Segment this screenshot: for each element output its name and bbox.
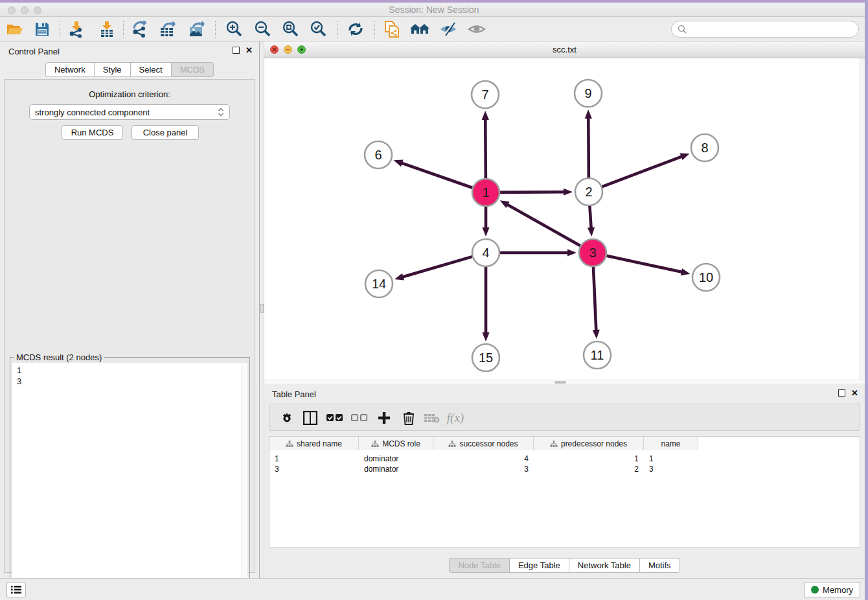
eye-icon[interactable] [466, 19, 488, 39]
zoom-in-icon[interactable] [223, 19, 245, 39]
eye-slash-icon[interactable] [437, 19, 459, 39]
cell-name[interactable]: 3 [644, 464, 698, 474]
gear-icon[interactable] [277, 408, 297, 428]
tab-network-table[interactable]: Network Table [569, 558, 639, 573]
export-table-icon[interactable] [157, 19, 179, 39]
column-header[interactable]: successor nodes [433, 437, 534, 450]
graph-edge[interactable] [585, 110, 592, 178]
graph-edge[interactable] [606, 256, 690, 276]
network-window-title: scc.txt [264, 45, 865, 54]
column-header[interactable]: predecessor nodes [534, 437, 644, 450]
save-icon[interactable] [31, 19, 53, 39]
cell-name[interactable]: 1 [644, 454, 698, 464]
tab-mcds[interactable]: MCDS [171, 62, 214, 77]
import-table-icon[interactable] [96, 19, 118, 39]
copy-document-icon[interactable] [381, 19, 403, 39]
graph-edge[interactable] [482, 267, 489, 341]
graph-node[interactable]: 11 [584, 341, 611, 369]
scrollbar-thumb[interactable] [554, 381, 566, 384]
cell-predecessor-nodes[interactable]: 1 [534, 454, 644, 464]
cell-successor-nodes[interactable]: 4 [433, 454, 534, 464]
graph-edge[interactable] [394, 160, 473, 188]
graph-node[interactable]: 10 [692, 264, 720, 291]
network-window-titlebar[interactable]: ✕ − + scc.txt [264, 41, 865, 58]
table-row[interactable]: 1 dominator 4 1 1 [269, 454, 710, 464]
task-history-button[interactable] [6, 582, 26, 597]
graph-edge[interactable] [602, 154, 690, 187]
tab-select[interactable]: Select [130, 62, 171, 77]
run-mcds-button[interactable]: Run MCDS [62, 125, 123, 140]
tab-style[interactable]: Style [94, 62, 130, 77]
cell-predecessor-nodes[interactable]: 2 [534, 464, 644, 474]
zoom-out-icon[interactable] [251, 19, 273, 39]
mcds-result-scrollbar[interactable] [242, 363, 247, 600]
close-table-panel-icon[interactable]: ✕ [851, 389, 858, 397]
refresh-icon[interactable] [345, 19, 367, 39]
graph-edge[interactable] [500, 189, 573, 196]
graph-edge[interactable] [482, 111, 489, 178]
zoom-fit-icon[interactable] [279, 19, 301, 39]
window-title: Session: New Session [0, 5, 868, 15]
column-label: name [661, 439, 680, 448]
float-table-panel-icon[interactable] [838, 389, 845, 397]
graph-edge[interactable] [482, 207, 489, 237]
graph-node[interactable]: 2 [575, 178, 602, 205]
table-row[interactable]: 3 dominator 3 2 3 [269, 464, 710, 474]
graph-edge[interactable] [500, 249, 577, 256]
network-vertical-scrollbar[interactable] [860, 58, 865, 380]
cell-successor-nodes[interactable]: 3 [433, 464, 534, 474]
graph-node[interactable]: 6 [365, 141, 392, 168]
tab-edge-table[interactable]: Edge Table [509, 558, 569, 573]
column-header[interactable]: shared name [269, 437, 359, 450]
split-view-icon[interactable] [301, 408, 320, 428]
network-horizontal-scrollbar[interactable] [264, 380, 865, 384]
graph-node[interactable]: 15 [472, 344, 499, 371]
graph-node-label: 15 [479, 351, 493, 365]
graph-node[interactable]: 14 [365, 270, 393, 297]
close-panel-icon[interactable]: ✕ [246, 47, 253, 54]
search-input[interactable] [690, 23, 858, 36]
zoom-selected-icon[interactable] [307, 19, 329, 39]
status-bar: Memory [0, 578, 868, 600]
graph-node[interactable]: 3 [579, 239, 606, 266]
float-panel-icon[interactable] [233, 47, 240, 54]
tab-node-table[interactable]: Node Table [449, 558, 509, 573]
cell-mcds-role[interactable]: dominator [359, 454, 433, 464]
graph-node[interactable]: 8 [691, 134, 718, 161]
column-header[interactable]: MCDS role [359, 437, 433, 450]
cell-shared-name[interactable]: 1 [269, 454, 359, 464]
plus-icon[interactable] [374, 408, 394, 428]
column-header[interactable]: name [644, 437, 698, 450]
panel-divider[interactable] [259, 41, 264, 578]
memory-button[interactable]: Memory [804, 582, 860, 597]
cell-shared-name[interactable]: 3 [269, 464, 359, 474]
search-box[interactable] [671, 21, 859, 38]
open-folder-icon[interactable] [4, 19, 26, 39]
cell-mcds-role[interactable]: dominator [359, 464, 433, 474]
import-network-icon[interactable] [65, 19, 87, 39]
divider-grip[interactable] [260, 304, 264, 313]
node-table[interactable]: shared name MCDS role successor nodes pr… [269, 436, 860, 548]
tab-motifs[interactable]: Motifs [639, 558, 680, 573]
mcds-result-text[interactable]: 1 3 [12, 363, 247, 600]
export-image-icon[interactable] [187, 19, 209, 39]
graph-edge[interactable] [588, 206, 595, 237]
close-panel-button[interactable]: Close panel [131, 125, 199, 140]
hierarchy-icon [448, 440, 456, 448]
graph-node[interactable]: 9 [575, 80, 602, 107]
graph-node[interactable]: 4 [472, 239, 499, 266]
deselect-all-icon[interactable] [350, 408, 369, 428]
trash-icon[interactable] [399, 408, 418, 428]
criterion-select[interactable]: strongly connected component [29, 104, 230, 120]
optimization-criterion-label: Optimization criterion: [5, 89, 255, 99]
tab-network[interactable]: Network [45, 62, 94, 77]
graph-edge[interactable] [593, 267, 600, 339]
graph-node[interactable]: 7 [472, 81, 499, 108]
houses-icon[interactable] [409, 19, 431, 39]
export-network-icon[interactable] [129, 19, 151, 39]
graph-edge[interactable] [394, 257, 472, 280]
graph-edge[interactable] [500, 200, 580, 246]
graph-node[interactable]: 1 [472, 179, 499, 206]
select-all-icon[interactable] [325, 408, 345, 428]
network-canvas[interactable]: 7968124314101511 [264, 58, 860, 380]
